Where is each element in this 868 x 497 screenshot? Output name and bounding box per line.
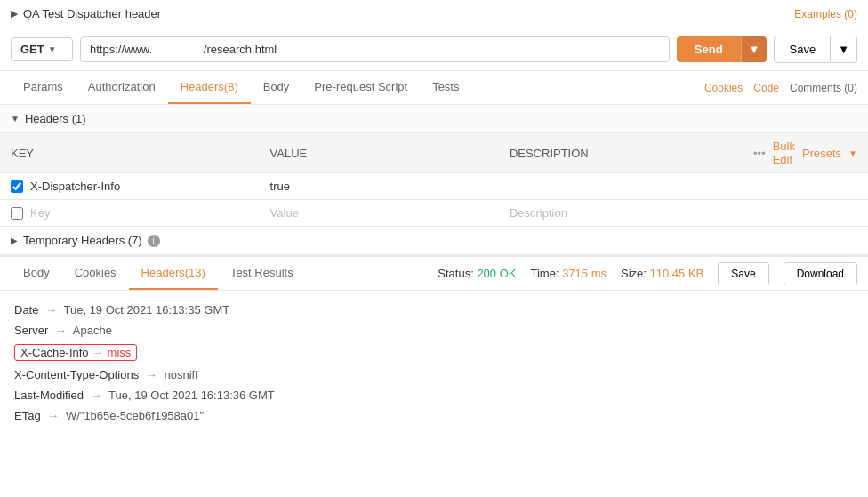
comments-link[interactable]: Comments (0) [790,82,857,94]
resp-tab-cookies[interactable]: Cookies [62,257,129,290]
response-panel: Body Cookies Headers(13) Test Results St… [0,255,868,435]
table-row: X-Dispatcher-Info true [0,173,868,200]
request-tabs-left: Params Authorization Headers(8) Body Pre… [11,71,471,104]
save-button[interactable]: Save [774,36,831,63]
bulk-edit-button[interactable]: Bulk Edit [773,140,795,166]
temporary-headers[interactable]: ▶ Temporary Headers (7) i [0,227,868,255]
arrow-icon: → [55,324,67,337]
expand-icon[interactable]: ▶ [11,8,18,20]
more-options-icon[interactable]: ••• [753,147,766,160]
time-label: Time: 3715 ms [530,267,607,280]
col-header-key: KEY [0,133,260,173]
method-select[interactable]: GET ▼ [11,37,73,61]
size-label: Size: 110.45 KB [621,267,703,280]
save-button-group: Save ▼ [774,36,857,63]
resp-header-row-xcontent: X-Content-Type-Options → nosniff [14,365,854,385]
temp-headers-title: Temporary Headers (7) [23,234,142,247]
headers-section-title: Headers (1) [25,112,86,125]
method-caret-icon: ▼ [48,44,57,54]
cookies-link[interactable]: Cookies [704,82,743,94]
placeholder-actions-cell [743,200,868,227]
tab-headers[interactable]: Headers(8) [168,71,251,104]
response-tabs-left: Body Cookies Headers(13) Test Results [11,257,306,290]
headers-section: ▼ Headers (1) KEY VALUE DESCRIPTION ••• … [0,105,868,227]
col-header-description: DESCRIPTION [499,133,743,173]
resp-header-row-etag: ETag → W/"1b65e-5ceb6f1958a01" [14,405,854,426]
response-download-button[interactable]: Download [784,262,857,285]
status-value: 200 OK [477,267,516,280]
headers-table: KEY VALUE DESCRIPTION ••• Bulk Edit Pres… [0,133,868,227]
header-key-cell: X-Dispatcher-Info [0,173,260,200]
send-button-group: Send ▼ [677,36,768,62]
response-save-button[interactable]: Save [718,262,768,285]
tab-params[interactable]: Params [11,71,76,104]
arrow-icon: → [91,389,102,402]
arrow-icon: → [45,303,57,317]
headers-section-header[interactable]: ▼ Headers (1) [0,105,868,133]
code-link[interactable]: Code [753,82,779,94]
arrow-icon: → [146,368,157,381]
size-value: 110.45 KB [650,267,704,280]
request-tabs-right: Cookies Code Comments (0) [704,82,857,94]
resp-tab-headers[interactable]: Headers(13) [129,257,218,290]
table-placeholder-row: Key Value Description [0,200,868,227]
arrow-icon: → [92,346,104,359]
url-bar: GET ▼ Send ▼ Save ▼ [0,28,868,71]
info-icon[interactable]: i [148,235,160,247]
examples-link[interactable]: Examples (0) [794,8,857,20]
tab-authorization[interactable]: Authorization [76,71,168,104]
time-value: 3715 ms [562,267,607,280]
presets-button[interactable]: Presets [802,147,841,160]
presets-caret-icon[interactable]: ▼ [848,148,857,158]
request-tabs: Params Authorization Headers(8) Body Pre… [0,71,868,105]
response-headers-body: Date → Tue, 19 Oct 2021 16:13:35 GMT Ser… [0,291,868,435]
header-row-actions [743,173,868,200]
resp-tab-body[interactable]: Body [11,257,62,290]
header-description-cell [499,173,743,200]
placeholder-checkbox[interactable] [11,207,23,220]
tab-tests[interactable]: Tests [420,71,471,104]
tab-prerequest[interactable]: Pre-request Script [301,71,420,104]
send-dropdown-icon[interactable]: ▼ [741,36,768,62]
placeholder-desc-cell[interactable]: Description [499,200,743,227]
status-label: Status: 200 OK [438,267,516,280]
arrow-icon: → [47,409,59,422]
header-value-cell: true [260,173,499,200]
col-header-actions: ••• Bulk Edit Presets ▼ [743,133,868,173]
tab-body[interactable]: Body [251,71,302,104]
temp-expand-icon: ▶ [11,236,18,245]
col-header-value: VALUE [260,133,499,173]
save-dropdown-icon[interactable]: ▼ [831,36,857,63]
placeholder-key-cell[interactable]: Key [0,200,260,227]
resp-header-row-server: Server → Apache [14,320,854,341]
xcache-highlighted: X-Cache-Info → miss [14,344,137,361]
section-expand-icon: ▼ [11,114,20,124]
response-stats: Status: 200 OK Time: 3715 ms Size: 110.4… [438,262,857,285]
resp-header-row-date: Date → Tue, 19 Oct 2021 16:13:35 GMT [14,300,854,320]
send-button[interactable]: Send [677,36,741,62]
header-row-checkbox[interactable] [11,180,23,193]
collection-title: ▶ QA Test Dispatcher header [11,7,161,20]
resp-header-row-lastmod: Last-Modified → Tue, 19 Oct 2021 16:13:3… [14,385,854,405]
url-input[interactable] [80,36,670,62]
method-label: GET [20,43,44,56]
resp-header-row-xcache: X-Cache-Info → miss [14,341,854,365]
placeholder-value-cell[interactable]: Value [260,200,499,227]
collection-name-text: QA Test Dispatcher header [23,7,161,20]
response-tabs-bar: Body Cookies Headers(13) Test Results St… [0,257,868,291]
top-bar: ▶ QA Test Dispatcher header Examples (0) [0,0,868,28]
resp-tab-testresults[interactable]: Test Results [218,257,306,290]
